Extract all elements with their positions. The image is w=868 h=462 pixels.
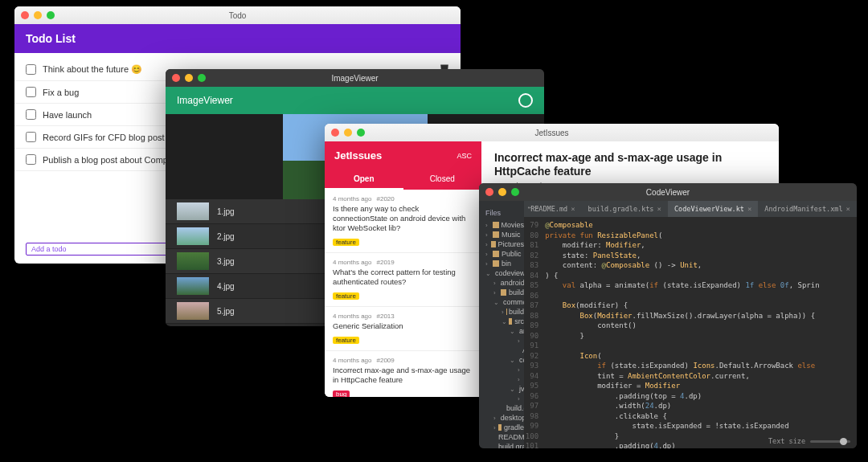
tree-file[interactable]: build.gradle.kts xyxy=(479,442,524,448)
refresh-icon[interactable] xyxy=(518,93,533,108)
code-line[interactable]: 86 xyxy=(524,291,857,301)
tree-folder[interactable]: › Movies xyxy=(479,220,524,230)
tree-folder[interactable]: › gradle xyxy=(479,423,524,432)
maximize-icon[interactable] xyxy=(198,74,206,82)
code-line[interactable]: 95 modifier = Modifier xyxy=(524,381,857,391)
chevron-icon[interactable]: ⌄ xyxy=(502,318,506,325)
code-line[interactable]: 93 if (state.isExpanded) Icons.Default.A… xyxy=(524,361,857,371)
tree-folder[interactable]: ⌄ jvmMain xyxy=(479,384,524,394)
code-line[interactable]: 84) { xyxy=(524,271,857,281)
chevron-icon[interactable]: ⌄ xyxy=(510,328,514,335)
tree-folder[interactable]: › desktop xyxy=(479,413,524,423)
chevron-icon[interactable]: › xyxy=(493,289,498,296)
code-line[interactable]: 82 state: PanelState, xyxy=(524,251,857,261)
tree-file[interactable]: AndroidManifest.xml xyxy=(479,345,524,355)
chevron-icon[interactable]: ⌄ xyxy=(510,357,514,364)
editor-tab[interactable]: CodeViewerView.kt× xyxy=(668,201,758,217)
tab-open[interactable]: Open xyxy=(325,170,403,190)
chevron-icon[interactable]: › xyxy=(485,231,490,239)
chevron-icon[interactable]: › xyxy=(518,337,520,345)
tab-closed[interactable]: Closed xyxy=(403,170,482,190)
todo-checkbox[interactable] xyxy=(26,154,36,165)
chevron-icon[interactable]: › xyxy=(493,280,496,287)
minimize-icon[interactable] xyxy=(185,74,193,82)
minimize-icon[interactable] xyxy=(34,11,42,19)
issue-item[interactable]: 4 months ago #2019 What's the correct pa… xyxy=(325,253,481,307)
code-line[interactable]: 91 xyxy=(524,341,857,351)
close-tab-icon[interactable]: × xyxy=(747,205,751,213)
chevron-icon[interactable]: › xyxy=(493,424,496,431)
code-line[interactable]: 80private fun ResizablePanel( xyxy=(524,231,857,241)
minimize-icon[interactable] xyxy=(498,188,506,196)
editor-tab[interactable]: AndroidManifest.xml× xyxy=(758,201,857,217)
maximize-icon[interactable] xyxy=(47,11,55,19)
text-size-slider[interactable] xyxy=(810,440,850,443)
todo-checkbox[interactable] xyxy=(26,132,36,142)
code-line[interactable]: 97 .width(24.dp) xyxy=(524,401,857,411)
sort-toggle[interactable]: ASC xyxy=(457,152,472,160)
code-line[interactable]: 81 modifier: Modifier, xyxy=(524,240,857,251)
code-content[interactable]: 79@Composable80private fun ResizablePane… xyxy=(524,217,857,448)
code-line[interactable]: 96 .padding(top = 4.dp) xyxy=(524,391,857,402)
nav-back-icon[interactable]: ← xyxy=(527,202,532,211)
close-icon[interactable] xyxy=(485,188,493,196)
tree-folder[interactable]: ⌄ commonMain xyxy=(479,355,524,365)
tree-folder[interactable]: ⌄ common xyxy=(479,297,524,307)
chevron-icon[interactable]: › xyxy=(518,376,520,383)
chevron-icon[interactable]: › xyxy=(502,309,504,316)
chevron-icon[interactable]: ⌄ xyxy=(493,299,498,306)
tree-folder[interactable]: › build xyxy=(479,288,524,297)
close-icon[interactable] xyxy=(331,129,339,137)
todo-checkbox[interactable] xyxy=(26,87,36,97)
code-line[interactable]: 92 Icon( xyxy=(524,351,857,362)
issue-item[interactable]: 4 months ago #2009 Incorrect max-age and… xyxy=(325,351,481,397)
tree-folder[interactable]: › Public xyxy=(479,249,524,259)
code-line[interactable]: 98 .clickable { xyxy=(524,411,857,422)
code-line[interactable]: 85 val alpha = animate(if (state.isExpan… xyxy=(524,280,857,291)
tree-folder[interactable]: › build xyxy=(479,307,524,317)
code-editor[interactable]: ← → README.md×build.gradle.kts×CodeViewe… xyxy=(524,201,857,448)
tree-file[interactable]: build.gradle.kts xyxy=(479,403,524,413)
tree-folder[interactable]: › kotlin xyxy=(479,365,524,374)
chevron-icon[interactable]: › xyxy=(485,241,489,248)
traffic-lights[interactable] xyxy=(21,11,55,19)
imageviewer-titlebar[interactable]: ImageViewer xyxy=(166,69,544,87)
codeviewer-titlebar[interactable]: CodeViewer xyxy=(479,183,857,201)
code-line[interactable]: 79@Composable xyxy=(524,220,857,231)
tree-file[interactable]: README.md xyxy=(479,432,524,442)
code-line[interactable]: 87 Box(modifier) { xyxy=(524,301,857,311)
chevron-icon[interactable]: › xyxy=(485,260,490,268)
traffic-lights[interactable] xyxy=(485,188,519,196)
todo-checkbox[interactable] xyxy=(26,64,36,75)
code-line[interactable]: 89 content() xyxy=(524,321,857,331)
nav-forward-icon[interactable]: → xyxy=(534,202,538,211)
todo-titlebar[interactable]: Todo xyxy=(14,6,461,24)
issue-item[interactable]: 4 months ago #2013 Generic Serialization… xyxy=(325,307,481,351)
chevron-icon[interactable]: › xyxy=(493,415,496,422)
code-line[interactable]: 88 Box(Modifier.fillMaxSize().drawLayer(… xyxy=(524,311,857,321)
tree-folder[interactable]: › resources xyxy=(479,374,524,384)
tree-folder[interactable]: › Pictures xyxy=(479,239,524,249)
issue-item[interactable]: 4 months ago #2020 Is there any way to c… xyxy=(325,190,481,253)
tree-folder[interactable]: ⌄ codeviewer xyxy=(479,268,524,278)
code-line[interactable]: 99 state.isExpanded = !state.isExpanded xyxy=(524,421,857,431)
tree-folder[interactable]: › android xyxy=(479,278,524,288)
close-tab-icon[interactable]: × xyxy=(657,205,661,213)
chevron-icon[interactable]: › xyxy=(518,366,520,374)
jetissues-titlebar[interactable]: JetIssues xyxy=(325,124,779,141)
tree-folder[interactable]: ⌄ src xyxy=(479,317,524,326)
chevron-icon[interactable]: ⌄ xyxy=(510,386,514,393)
tree-folder[interactable]: › kotlin xyxy=(479,394,524,403)
chevron-icon[interactable]: › xyxy=(485,222,490,229)
close-tab-icon[interactable]: × xyxy=(571,205,575,213)
close-tab-icon[interactable]: × xyxy=(846,205,850,213)
close-icon[interactable] xyxy=(21,11,29,19)
close-icon[interactable] xyxy=(172,74,180,82)
chevron-icon[interactable]: › xyxy=(485,251,490,258)
todo-checkbox[interactable] xyxy=(26,109,36,120)
maximize-icon[interactable] xyxy=(357,129,365,137)
tree-folder[interactable]: › bin xyxy=(479,259,524,268)
code-line[interactable]: 83 content: @Composable () -> Unit, xyxy=(524,260,857,271)
minimize-icon[interactable] xyxy=(344,129,352,137)
tree-folder[interactable]: › Music xyxy=(479,230,524,239)
